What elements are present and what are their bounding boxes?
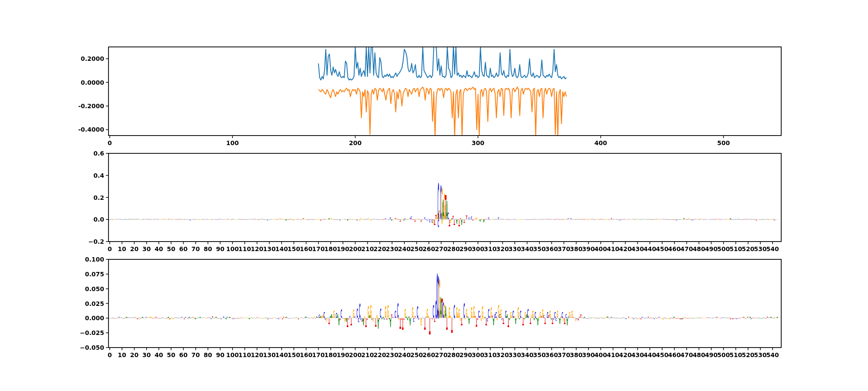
figure-canvas (0, 0, 868, 391)
figure (0, 0, 868, 391)
